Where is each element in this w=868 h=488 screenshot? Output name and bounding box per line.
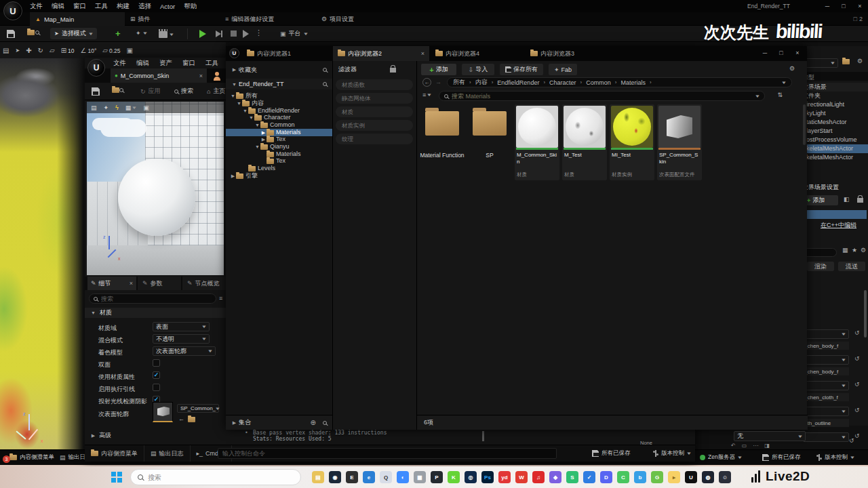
forward-button[interactable]: → <box>435 79 441 85</box>
menu-tools[interactable]: 工具 <box>205 59 218 68</box>
material-slot-name[interactable]: _chen_cloth_f <box>803 393 849 401</box>
menu-window[interactable]: 窗口 <box>182 59 195 68</box>
scale-tool-icon[interactable]: ▱ <box>50 47 55 54</box>
taskbar-app-photoshop[interactable]: Ps <box>481 471 494 483</box>
asset-search-input[interactable]: ▼ <box>439 91 765 101</box>
grid-scrollbar[interactable] <box>803 104 806 145</box>
version-control-button[interactable]: 版本控制▼ <box>653 445 691 462</box>
tab-parameters[interactable]: ✎参数 <box>138 277 181 290</box>
menu-file[interactable]: 文件 <box>113 59 126 68</box>
tree-item-qianyu[interactable]: ▼Qianyu <box>226 143 332 150</box>
collections-row[interactable]: ▶集合 ⊕ <box>226 415 332 430</box>
skip-button[interactable] <box>216 30 222 37</box>
taskbar-app-steam[interactable]: ◉ <box>329 471 341 483</box>
material-section-header[interactable]: ▼材质 <box>85 308 226 318</box>
blueprint-convert-icon[interactable]: ◧ <box>844 196 850 203</box>
search-icon[interactable] <box>323 421 327 425</box>
menu-edit[interactable]: 编辑 <box>52 2 64 11</box>
breadcrumb-materials[interactable]: Materials <box>620 79 646 86</box>
lock-icon[interactable] <box>390 68 396 73</box>
taskbar-app-epic-games[interactable]: E <box>346 471 358 483</box>
selected-class-row[interactable] <box>799 210 867 219</box>
stop-button[interactable] <box>231 30 237 37</box>
grid-view-icon[interactable]: ▦ <box>842 247 848 253</box>
breadcrumb-content[interactable]: 内容 <box>475 78 488 87</box>
content-drawer-button[interactable]: 内容侧滑菜单 <box>85 445 144 462</box>
tab-content-browser-4[interactable]: 内容浏览器4 <box>431 46 520 61</box>
tree-item-common[interactable]: ▼Common <box>226 121 332 129</box>
tree-item-content[interactable]: ▼内容 <box>226 100 332 107</box>
taskbar-app-purple[interactable]: ◆ <box>549 471 561 483</box>
path-dropdown-icon[interactable]: ▼ <box>781 81 787 85</box>
breadcrumb-common[interactable]: Common <box>586 79 611 86</box>
menu-build[interactable]: 构建 <box>117 2 130 11</box>
output-log-button[interactable]: ▤输出日志 <box>144 445 191 462</box>
browse-icon[interactable]: ▭ <box>742 443 747 449</box>
viewport-options-icon[interactable]: ▤ <box>3 47 9 54</box>
close-button[interactable]: × <box>852 0 868 12</box>
reset-icon[interactable]: ↺ <box>854 432 860 439</box>
use-selected-icon[interactable]: ← <box>178 415 184 422</box>
console-command-field[interactable] <box>222 450 552 457</box>
cinematics-icon[interactable]: ▼ <box>159 31 174 38</box>
menu-edit[interactable]: 编辑 <box>136 59 149 68</box>
add-collection-icon[interactable]: ⊕ <box>311 419 316 426</box>
zen-server-button[interactable]: Zen服务器▼ <box>700 450 742 465</box>
reset-icon[interactable]: ↺ <box>854 407 860 413</box>
details-search-field[interactable] <box>101 296 212 302</box>
tree-item-levels[interactable]: Levels <box>226 165 332 172</box>
stats-scrollbar[interactable] <box>482 431 484 441</box>
taskbar-app-kook[interactable]: K <box>448 471 460 483</box>
taskbar-app-frog[interactable]: G <box>651 471 663 483</box>
menu-file[interactable]: 文件 <box>30 2 43 11</box>
search-icon[interactable] <box>323 68 327 72</box>
exec-wire-checkbox[interactable] <box>153 384 160 391</box>
details-search-input[interactable] <box>89 293 216 304</box>
material-slot-name[interactable]: _chen_body_f <box>803 342 849 350</box>
viewport-options-icon[interactable]: ▤ <box>91 104 97 111</box>
material-domain-select[interactable]: 表面▼ <box>153 322 210 331</box>
menu-select[interactable]: 选择 <box>138 2 151 11</box>
subsurface-profile-thumbnail[interactable] <box>153 402 173 422</box>
all-saved-button[interactable]: 所有已保存 <box>762 450 801 465</box>
panel-scrollbar[interactable] <box>864 290 867 338</box>
taskbar-search[interactable] <box>130 469 301 485</box>
move-tool-icon[interactable]: ✚ <box>26 47 31 54</box>
content-drawer-button[interactable]: 内容侧滑菜单 <box>9 450 54 465</box>
save-icon[interactable] <box>92 87 100 96</box>
material-preview-viewport[interactable]: ▤ ✦ ϟ ▦▼ ▣ z x <box>87 102 224 275</box>
material-slot-select[interactable]: ▼ <box>803 329 849 339</box>
outliner-settings-icon[interactable]: ⚙ <box>857 58 863 64</box>
maximize-button[interactable]: □ <box>773 47 789 58</box>
taskbar-app-bird[interactable]: b <box>634 471 646 483</box>
settings-gear-icon[interactable]: ⚙ <box>789 65 795 72</box>
tab-content-browser-1[interactable]: 内容浏览器1 <box>242 46 332 61</box>
scale-snap-control[interactable]: ▱0.25 <box>102 47 120 54</box>
search-icon[interactable] <box>323 82 327 86</box>
edit-in-cpp-link[interactable]: 在C++中编辑 <box>821 221 856 230</box>
add-button[interactable]: +添加 <box>421 64 456 75</box>
save-icon[interactable] <box>7 30 15 38</box>
select-tool-icon[interactable]: ➤ <box>15 47 20 54</box>
fab-button[interactable]: ✦Fab <box>549 64 577 75</box>
asset-search-field[interactable] <box>452 93 752 100</box>
tree-item-engine[interactable]: ▶引擎 <box>226 172 332 180</box>
taskbar-app-wechat[interactable]: C <box>617 471 629 483</box>
taskbar-search-field[interactable] <box>148 474 294 481</box>
reset-icon[interactable]: ↺ <box>854 329 860 336</box>
breadcrumb-all[interactable]: 所有 <box>453 78 465 87</box>
shading-model-select[interactable]: 次表面轮廓▼ <box>153 346 216 356</box>
menu-window[interactable]: 窗口 <box>73 2 86 11</box>
taskbar-app-blue[interactable]: ✓ <box>583 471 595 483</box>
close-tab-icon[interactable]: × <box>130 280 133 287</box>
filter-material-function[interactable]: 材质函数 <box>336 79 413 90</box>
close-tab-icon[interactable]: × <box>199 73 203 79</box>
asset-tile-sp-common-skin[interactable]: SP_Common_Skin 次表面配置文件 <box>657 104 702 180</box>
reset-icon[interactable]: ↺ <box>854 355 860 362</box>
favorites-row[interactable]: ▶收藏夹 <box>226 64 332 75</box>
tree-item-tex[interactable]: Tex <box>226 157 332 165</box>
material-slot-name[interactable]: oth_outline <box>803 419 849 427</box>
material-slot-select[interactable]: ▼ <box>803 407 849 416</box>
rotation-snap-control[interactable]: ∠10° <box>81 47 97 54</box>
menu-actor[interactable]: Actor <box>160 3 175 10</box>
